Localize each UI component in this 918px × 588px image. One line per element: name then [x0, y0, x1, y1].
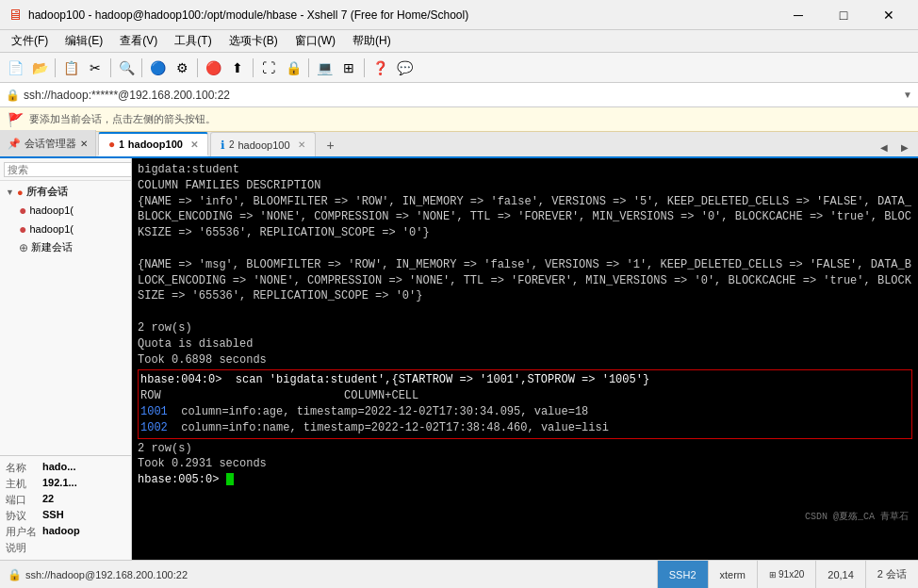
minimize-button[interactable]: ─: [777, 1, 820, 29]
toolbar-separator-1: [55, 58, 56, 77]
title-bar: 🖥 hadoop100 - hadoop@hadoop100:/opt/modu…: [0, 0, 918, 30]
prop-username-value: hadoop: [42, 525, 80, 539]
add-tab-button[interactable]: +: [320, 134, 342, 156]
tree-root-item[interactable]: ▼ ● 所有会话: [0, 183, 131, 201]
tab2-info-icon: ℹ: [221, 139, 225, 152]
copy-button[interactable]: 📋: [59, 57, 82, 79]
info-bar: 🚩 要添加当前会话，点击左侧的箭头按钮。: [0, 107, 918, 132]
main-area: 🔍 ▼ ● 所有会话 ● hadoop1( ● hadoop1( ⊕ 新建会话: [0, 158, 918, 560]
status-grid-icon: ⊞: [769, 570, 777, 580]
grid-button[interactable]: ⊞: [337, 57, 360, 79]
terminal-took2: Took 0.2931 seconds: [138, 457, 267, 470]
toolbar: 📄 📂 📋 ✂ 🔍 🔵 ⚙ 🔴 ⬆ ⛶ 🔒 💻 ⊞ ❓ 💬: [0, 53, 918, 83]
terminal-cursor: [226, 473, 234, 485]
prop-port: 端口 22: [6, 492, 125, 508]
session-manager-text: 会话管理器: [25, 137, 76, 151]
terminal-cmd-text: hbase:004:0> scan 'bigdata:student',{STA…: [140, 373, 649, 386]
tree-child-1-label: hadoop1(: [29, 204, 74, 216]
watermark: CSDN @夏殇_CA 青草石: [805, 511, 909, 524]
tree-child-2-icon: ●: [19, 221, 26, 237]
prop-port-value: 22: [42, 493, 54, 507]
terminal-col-header: ROW COLUMN+CELL: [140, 389, 418, 402]
tab1-close-icon[interactable]: ✕: [190, 139, 198, 150]
terminal-area[interactable]: bigdata:student COLUMN FAMILIES DESCRIPT…: [132, 158, 918, 560]
menu-help[interactable]: 帮助(H): [345, 31, 399, 51]
tab1-dot-icon: ●: [108, 138, 115, 151]
prop-name-label: 名称: [6, 461, 39, 475]
tab-nav-left[interactable]: ◀: [875, 138, 893, 156]
window-title: hadoop100 - hadoop@hadoop100:/opt/module…: [28, 8, 777, 22]
settings-button[interactable]: ⚙: [171, 57, 193, 79]
new-file-button[interactable]: 📄: [4, 57, 26, 79]
menu-view[interactable]: 查看(V): [112, 31, 165, 51]
terminal-row1-num: 1001: [140, 405, 168, 418]
tab-bar: 📌 会话管理器 ✕ ● 1 hadoop100 ✕ ℹ 2 hadoop100 …: [0, 132, 918, 158]
prop-desc-label: 说明: [6, 541, 39, 555]
address-dropdown-arrow[interactable]: ▼: [903, 90, 912, 100]
menu-file[interactable]: 文件(F): [4, 31, 56, 51]
sidebar-search: 🔍: [0, 158, 131, 181]
app-icon: 🖥: [8, 7, 23, 24]
prop-desc: 说明: [6, 540, 125, 556]
prop-host: 主机 192.1...: [6, 476, 125, 492]
terminal-rows1: 2 row(s): [138, 321, 192, 335]
prop-host-value: 192.1...: [42, 477, 77, 491]
tree-expand-icon: ▼: [6, 188, 14, 197]
search-button[interactable]: 🔍: [115, 57, 138, 79]
tree-child-1[interactable]: ● hadoop1(: [0, 201, 131, 220]
tree-child-3[interactable]: ⊕ 新建会话: [0, 238, 131, 256]
prop-protocol: 协议 SSH: [6, 508, 125, 524]
comment-button[interactable]: 💬: [393, 57, 416, 79]
menu-window[interactable]: 窗口(W): [287, 31, 343, 51]
toolbar-separator-7: [364, 58, 365, 77]
menu-edit[interactable]: 编辑(E): [57, 31, 110, 51]
terminal-button[interactable]: 💻: [313, 57, 336, 79]
info-text: 要添加当前会话，点击左侧的箭头按钮。: [29, 112, 216, 126]
tab1-num: 1: [119, 139, 124, 150]
menu-tabs[interactable]: 选项卡(B): [221, 31, 286, 51]
tab2-close-icon[interactable]: ✕: [298, 139, 305, 150]
status-segments: SSH2 xterm ⊞ 91x20 20,14 2 会话: [657, 561, 918, 589]
terminal-row2-data: column=info:name, timestamp=2022-12-02T1…: [168, 421, 609, 434]
upload-button[interactable]: ⬆: [226, 57, 249, 79]
sidebar: 🔍 ▼ ● 所有会话 ● hadoop1( ● hadoop1( ⊕ 新建会话: [0, 158, 132, 560]
tree-child-1-icon: ●: [19, 203, 26, 218]
lock-button[interactable]: 🔒: [282, 57, 304, 79]
address-text: ssh://hadoop:******@192.168.200.100:22: [24, 89, 899, 102]
address-bar: 🔒 ssh://hadoop:******@192.168.200.100:22…: [0, 83, 918, 107]
terminal-cmd: hbase:004:0> scan 'bigdata:student',{STA…: [140, 372, 910, 435]
tree-child-2[interactable]: ● hadoop1(: [0, 220, 131, 238]
tab-1[interactable]: ● 1 hadoop100 ✕: [98, 132, 208, 156]
close-button[interactable]: ✕: [867, 1, 910, 29]
toolbar-separator-6: [308, 58, 309, 77]
tab-2[interactable]: ℹ 2 hadoop100 ✕: [210, 132, 316, 156]
cut-button[interactable]: ✂: [84, 57, 107, 79]
sidebar-tree: ▼ ● 所有会话 ● hadoop1( ● hadoop1( ⊕ 新建会话: [0, 181, 131, 455]
terminal-prompt: hbase:005:0>: [138, 473, 226, 486]
expand-button[interactable]: ⛶: [257, 57, 280, 79]
lock-icon: 🔒: [6, 89, 20, 102]
session-manager-label: 📌 会话管理器 ✕: [0, 130, 96, 156]
status-terminal-type: xterm: [708, 561, 758, 589]
status-left: 🔒 ssh://hadoop@192.168.200.100:22: [0, 568, 657, 581]
menu-tools[interactable]: 工具(T): [167, 31, 219, 51]
terminal-footer: 2 row(s) Took 0.2931 seconds hbase:005:0…: [138, 441, 912, 488]
tab-nav-right[interactable]: ▶: [895, 138, 914, 156]
refresh-button[interactable]: 🔴: [202, 57, 224, 79]
toolbar-separator-5: [253, 58, 254, 77]
sidebar-properties: 名称 hado... 主机 192.1... 端口 22 协议 SSH 用户名 …: [0, 455, 131, 560]
window-controls: ─ □ ✕: [777, 1, 910, 29]
open-button[interactable]: 📂: [28, 57, 51, 79]
tree-new-icon: ⊕: [19, 241, 28, 254]
tree-root-label: 所有会话: [26, 185, 68, 199]
status-bar: 🔒 ssh://hadoop@192.168.200.100:22 SSH2 x…: [0, 560, 918, 588]
prop-port-label: 端口: [6, 493, 39, 507]
terminal-line2: COLUMN FAMILIES DESCRIPTION: [138, 179, 320, 192]
session-manager-close[interactable]: ✕: [80, 139, 88, 149]
search-input[interactable]: [4, 162, 132, 177]
menu-bar: 文件(F) 编辑(E) 查看(V) 工具(T) 选项卡(B) 窗口(W) 帮助(…: [0, 30, 918, 53]
help-button[interactable]: ❓: [369, 57, 391, 79]
print-button[interactable]: 🔵: [146, 57, 169, 79]
tree-root-icon: ●: [17, 187, 24, 198]
maximize-button[interactable]: □: [822, 1, 865, 29]
